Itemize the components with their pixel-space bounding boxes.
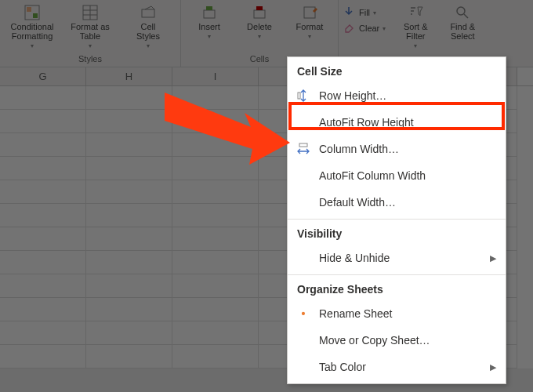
conditional-formatting-button[interactable]: Conditional Formatting ▾ bbox=[5, 3, 60, 51]
menu-item-default-width[interactable]: Default Width… bbox=[288, 189, 506, 216]
insert-cells-icon bbox=[201, 5, 217, 20]
svg-rect-8 bbox=[204, 10, 215, 18]
label: Sort & Filter bbox=[404, 22, 428, 41]
ribbon-group-styles: Conditional Formatting ▾ Format as Table… bbox=[0, 0, 181, 67]
clear-button[interactable]: Clear ▾ bbox=[343, 20, 386, 36]
rename-sheet-icon: • bbox=[296, 306, 311, 321]
format-button[interactable]: Format ▾ bbox=[286, 3, 333, 42]
menu-header-cell-size: Cell Size bbox=[288, 57, 506, 82]
col-H[interactable]: H bbox=[86, 67, 172, 85]
label: Clear bbox=[359, 24, 379, 33]
col-G[interactable]: G bbox=[0, 67, 86, 85]
group-label-cells: Cells bbox=[250, 54, 269, 65]
svg-point-13 bbox=[457, 7, 465, 15]
format-as-table-icon bbox=[82, 5, 98, 20]
format-as-table-button[interactable]: Format as Table ▾ bbox=[63, 3, 118, 51]
fill-down-icon bbox=[343, 6, 356, 19]
svg-rect-15 bbox=[298, 93, 300, 99]
menu-item-row-height[interactable]: Row Height… bbox=[288, 82, 506, 109]
menu-header-visibility: Visibility bbox=[288, 219, 506, 245]
sort-filter-icon bbox=[408, 5, 423, 20]
label: Format as Table bbox=[71, 22, 110, 41]
clear-eraser-icon bbox=[343, 22, 356, 34]
label: Tab Color bbox=[319, 361, 366, 373]
label: AutoFit Column Width bbox=[319, 169, 426, 182]
label: Find & Select bbox=[450, 22, 475, 41]
svg-line-14 bbox=[464, 14, 468, 18]
chevron-down-icon: ▾ bbox=[31, 42, 34, 49]
menu-item-rename-sheet[interactable]: • Rename Sheet bbox=[288, 300, 506, 327]
svg-rect-10 bbox=[254, 10, 265, 18]
group-label-styles: Styles bbox=[78, 54, 102, 65]
svg-rect-2 bbox=[33, 13, 38, 18]
label: Format bbox=[296, 22, 324, 31]
svg-rect-7 bbox=[142, 9, 154, 17]
label: Conditional Formatting bbox=[10, 22, 53, 41]
menu-item-column-width[interactable]: Column Width… bbox=[288, 136, 506, 162]
find-select-button[interactable]: Find & Select bbox=[445, 3, 480, 42]
menu-header-organize-sheets: Organize Sheets bbox=[288, 274, 506, 300]
label: AutoFit Row Height bbox=[319, 116, 414, 129]
menu-item-tab-color[interactable]: Tab Color ▶ bbox=[288, 354, 506, 380]
conditional-formatting-icon bbox=[24, 5, 40, 20]
label: Cell Styles bbox=[136, 22, 160, 41]
chevron-down-icon: ▾ bbox=[89, 42, 92, 49]
menu-item-autofit-row-height[interactable]: AutoFit Row Height bbox=[288, 109, 506, 136]
label: Move or Copy Sheet… bbox=[319, 334, 430, 347]
svg-rect-12 bbox=[304, 7, 315, 18]
label: Insert bbox=[198, 22, 220, 31]
delete-cells-icon bbox=[252, 5, 267, 20]
chevron-down-icon: ▾ bbox=[373, 9, 376, 16]
label: Delete bbox=[247, 22, 272, 31]
chevron-down-icon: ▾ bbox=[208, 33, 211, 40]
label: Row Height… bbox=[319, 89, 386, 102]
label: Fill bbox=[359, 8, 370, 17]
svg-rect-16 bbox=[299, 143, 307, 147]
svg-rect-1 bbox=[27, 7, 31, 12]
chevron-down-icon: ▾ bbox=[147, 42, 150, 49]
menu-item-move-or-copy-sheet[interactable]: Move or Copy Sheet… bbox=[288, 327, 506, 354]
cell-styles-icon bbox=[140, 5, 156, 20]
find-select-icon bbox=[455, 5, 470, 20]
menu-item-hide-unhide[interactable]: Hide & Unhide ▶ bbox=[288, 245, 506, 271]
label: Rename Sheet bbox=[319, 307, 392, 320]
chevron-down-icon: ▾ bbox=[308, 33, 311, 40]
col-I[interactable]: I bbox=[172, 67, 259, 85]
label: Default Width… bbox=[319, 196, 396, 209]
label: Column Width… bbox=[319, 143, 399, 155]
format-dropdown-menu: Cell Size Row Height… AutoFit Row Height… bbox=[287, 56, 506, 384]
cell-styles-button[interactable]: Cell Styles ▾ bbox=[121, 3, 176, 51]
row-height-icon bbox=[296, 88, 311, 103]
svg-rect-9 bbox=[206, 6, 212, 10]
fill-clear-stack: Fill ▾ Clear ▾ bbox=[343, 3, 386, 36]
chevron-down-icon: ▾ bbox=[258, 33, 261, 40]
menu-item-autofit-column-width[interactable]: AutoFit Column Width bbox=[288, 162, 506, 189]
insert-button[interactable]: Insert ▾ bbox=[186, 3, 233, 42]
fill-button[interactable]: Fill ▾ bbox=[343, 5, 386, 20]
chevron-down-icon: ▾ bbox=[414, 42, 417, 49]
submenu-arrow-icon: ▶ bbox=[490, 362, 496, 372]
label: Hide & Unhide bbox=[319, 252, 390, 264]
sort-filter-button[interactable]: Sort & Filter ▾ bbox=[393, 3, 437, 51]
format-cells-icon bbox=[302, 5, 317, 20]
delete-button[interactable]: Delete ▾ bbox=[236, 3, 283, 42]
submenu-arrow-icon: ▶ bbox=[490, 253, 496, 263]
column-width-icon bbox=[296, 141, 311, 157]
svg-rect-11 bbox=[256, 6, 263, 10]
chevron-down-icon: ▾ bbox=[383, 25, 386, 32]
